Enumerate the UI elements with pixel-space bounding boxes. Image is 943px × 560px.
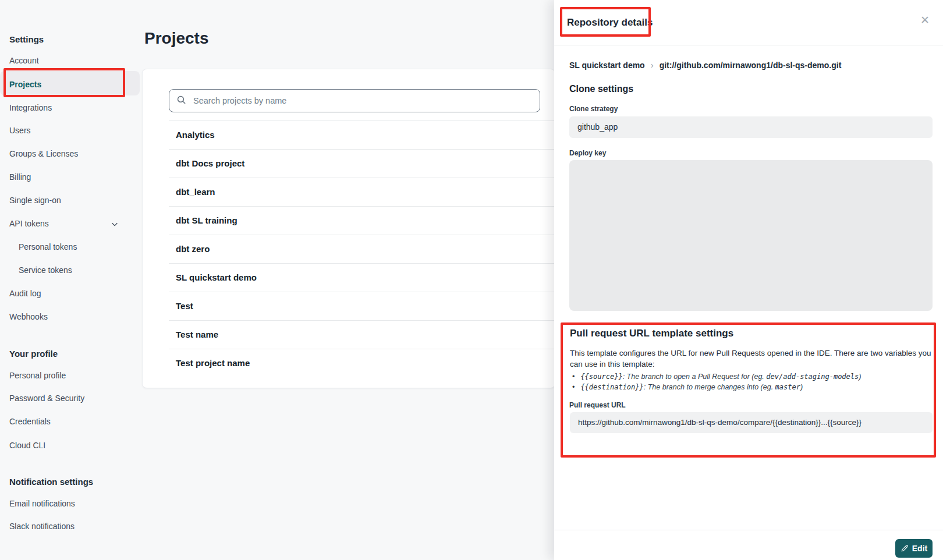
sidebar-item-service-tokens[interactable]: Service tokens (19, 264, 72, 276)
page-title: Projects (144, 29, 209, 48)
breadcrumb-repository: git://github.com/mirnawong1/db-sl-qs-dem… (660, 61, 842, 70)
divider (554, 530, 943, 530)
project-row-dbt-zero[interactable]: dbt zero (176, 243, 210, 255)
sidebar-item-email-notifications[interactable]: Email notifications (9, 498, 75, 509)
pull-request-settings-heading: Pull request URL template settings (570, 328, 733, 339)
project-row-test-name[interactable]: Test name (176, 329, 218, 341)
sidebar-item-account[interactable]: Account (9, 55, 39, 66)
divider (169, 349, 554, 349)
search-input[interactable] (192, 95, 533, 106)
close-icon[interactable]: ✕ (917, 13, 933, 28)
divider (169, 149, 554, 150)
sidebar-item-integrations[interactable]: Integrations (9, 102, 52, 114)
project-row-dbt-learn[interactable]: dbt_learn (176, 186, 215, 198)
sidebar-item-webhooks[interactable]: Webhooks (9, 311, 48, 322)
divider (169, 292, 554, 292)
sidebar-item-slack-notifications[interactable]: Slack notifications (9, 520, 75, 532)
sidebar-item-personal-tokens[interactable]: Personal tokens (19, 241, 77, 253)
list-item: {{destination}}: The branch to merge cha… (572, 382, 861, 392)
sidebar-item-audit-log[interactable]: Audit log (9, 288, 41, 299)
clone-settings-heading: Clone settings (569, 84, 633, 94)
divider (554, 45, 943, 45)
project-row-sl-quickstart-demo[interactable]: SL quickstart demo (176, 272, 257, 283)
divider (169, 320, 554, 321)
sidebar-item-billing[interactable]: Billing (9, 171, 31, 183)
annotation-box-repository-details (560, 7, 651, 37)
clone-strategy-value: github_app (569, 116, 933, 138)
sidebar-item-credentials[interactable]: Credentials (9, 416, 51, 427)
project-row-test[interactable]: Test (176, 300, 193, 312)
divider (169, 206, 554, 207)
annotation-box-projects (3, 68, 125, 97)
sidebar-item-users[interactable]: Users (9, 125, 31, 136)
sidebar-header-your-profile: Your profile (9, 348, 58, 360)
edit-button-label: Edit (912, 544, 927, 553)
edit-button[interactable]: Edit (895, 539, 933, 558)
sidebar-item-password-security[interactable]: Password & Security (9, 392, 84, 404)
divider (169, 263, 554, 264)
sidebar-item-single-sign-on[interactable]: Single sign-on (9, 194, 61, 206)
pull-request-description: This template configures the URL for new… (570, 348, 932, 370)
sidebar-item-personal-profile[interactable]: Personal profile (9, 370, 66, 381)
divider (169, 120, 554, 121)
chevron-down-icon[interactable] (111, 220, 119, 231)
divider (169, 235, 554, 235)
list-item: {{source}}: The branch to open a Pull Re… (572, 371, 861, 382)
project-row-test-project-name[interactable]: Test project name (176, 357, 250, 369)
breadcrumb: SL quickstart demo › git://github.com/mi… (569, 60, 841, 70)
sidebar-header-settings: Settings (9, 33, 44, 46)
project-row-analytics[interactable]: Analytics (176, 129, 215, 141)
breadcrumb-project[interactable]: SL quickstart demo (569, 61, 645, 70)
sidebar-item-api-tokens[interactable]: API tokens (9, 218, 49, 229)
sidebar-item-groups-licenses[interactable]: Groups & Licenses (9, 148, 78, 160)
project-row-dbt-sl-training[interactable]: dbt SL training (176, 215, 237, 226)
project-search[interactable] (169, 89, 540, 112)
deploy-key-label: Deploy key (569, 149, 606, 157)
chevron-right-icon: › (651, 60, 654, 70)
deploy-key-value-box (569, 160, 933, 311)
pull-request-url-value: https://github.com/mirnawong1/db-sl-qs-d… (570, 412, 933, 433)
sidebar-header-notification-settings: Notification settings (9, 476, 93, 488)
divider (169, 178, 554, 178)
project-row-dbt-docs-project[interactable]: dbt Docs project (176, 158, 244, 169)
clone-strategy-label: Clone strategy (569, 105, 618, 113)
search-icon (176, 95, 186, 107)
pull-request-variable-list: {{source}}: The branch to open a Pull Re… (572, 371, 861, 392)
pull-request-url-label: Pull request URL (569, 401, 626, 409)
sidebar-item-cloud-cli[interactable]: Cloud CLI (9, 440, 45, 451)
pencil-icon (901, 544, 909, 552)
